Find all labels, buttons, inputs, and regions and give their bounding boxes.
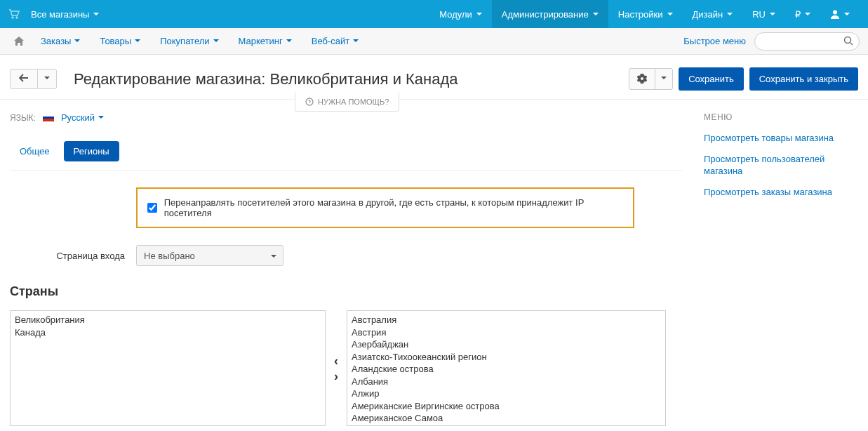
topbar-item-language[interactable]: RU xyxy=(742,0,785,28)
nav-item-products[interactable]: Товары xyxy=(91,33,149,49)
page-title: Редактирование магазина: Великобритания … xyxy=(74,70,629,88)
nav-item-label: Маркетинг xyxy=(239,36,283,46)
sidebar-link-products[interactable]: Просмотреть товары магазина xyxy=(704,132,858,145)
list-item[interactable]: Великобритания xyxy=(15,314,321,326)
redirect-label: Перенаправлять посетителей этого магазин… xyxy=(164,197,623,218)
caret-down-icon xyxy=(44,77,50,82)
topbar-item-label: Администрирование xyxy=(502,9,589,20)
entry-page-select[interactable]: Не выбрано xyxy=(136,245,283,266)
gear-dropdown[interactable] xyxy=(655,69,672,89)
topbar-item-label: Настройки xyxy=(618,9,663,20)
tab-regions[interactable]: Регионы xyxy=(64,141,119,161)
nav-left: Заказы Товары Покупатели Маркетинг Веб-с… xyxy=(8,33,367,49)
caret-down-icon xyxy=(213,39,219,45)
topbar-item-currency[interactable]: ₽ xyxy=(785,0,820,28)
language-row: ЯЗЫК: Русский xyxy=(10,112,683,123)
store-selector[interactable]: Все магазины xyxy=(27,6,103,22)
list-item[interactable]: Ангилья xyxy=(352,425,661,426)
svg-point-4 xyxy=(306,98,313,105)
nav-item-label: Заказы xyxy=(41,36,71,46)
caret-down-icon xyxy=(98,116,104,121)
caret-down-icon xyxy=(667,13,673,18)
list-item[interactable]: Аландские острова xyxy=(352,363,661,376)
tabs: Общее Регионы xyxy=(10,141,683,171)
entry-page-value: Не выбрано xyxy=(144,251,195,261)
list-item[interactable]: Канада xyxy=(15,326,321,339)
navbar: Заказы Товары Покупатели Маркетинг Веб-с… xyxy=(0,28,868,55)
caret-down-icon xyxy=(135,39,140,45)
language-value: Русский xyxy=(61,112,95,123)
search-wrap xyxy=(754,32,860,51)
list-item[interactable]: Алжир xyxy=(352,387,661,400)
help-icon xyxy=(305,98,314,106)
main-content: ЯЗЫК: Русский Общее Регионы Перенаправля… xyxy=(10,112,683,426)
list-item[interactable]: Австрия xyxy=(352,326,661,339)
caret-down-icon xyxy=(770,13,775,18)
mover-buttons: ‹ › xyxy=(334,354,338,383)
entry-page-row: Страница входа Не выбрано xyxy=(10,245,683,266)
caret-down-icon xyxy=(353,39,359,45)
language-label: ЯЗЫК: xyxy=(10,113,36,123)
topbar-item-admin[interactable]: Администрирование xyxy=(492,0,608,28)
help-hint[interactable]: НУЖНА ПОМОЩЬ? xyxy=(295,93,399,112)
list-item[interactable]: Австралия xyxy=(352,314,661,326)
caret-down-icon xyxy=(476,13,482,18)
sidebar-link-orders[interactable]: Просмотреть заказы магазина xyxy=(704,186,858,199)
list-item[interactable]: Албания xyxy=(352,376,661,388)
cart-icon xyxy=(8,9,20,19)
header-actions: Сохранить Сохранить и закрыть xyxy=(629,67,858,91)
caret-down-icon xyxy=(844,13,850,18)
caret-down-icon xyxy=(727,13,733,18)
nav-item-marketing[interactable]: Маркетинг xyxy=(230,33,300,49)
sidebar-link-users[interactable]: Просмотреть пользователей магазина xyxy=(704,153,858,178)
nav-item-label: Товары xyxy=(100,36,131,46)
gear-button[interactable] xyxy=(629,69,655,89)
list-item[interactable]: Американское Самоа xyxy=(352,412,661,425)
topbar-item-settings[interactable]: Настройки xyxy=(608,0,683,28)
nav-item-orders[interactable]: Заказы xyxy=(32,33,88,49)
topbar-item-design[interactable]: Дизайн xyxy=(683,0,743,28)
topbar-right: Модули Администрирование Настройки Дизай… xyxy=(429,0,860,28)
tab-general[interactable]: Общее xyxy=(10,141,60,161)
move-right-button[interactable]: › xyxy=(334,370,338,383)
move-left-button[interactable]: ‹ xyxy=(334,354,338,367)
list-item[interactable]: Азербайджан xyxy=(352,338,661,351)
flag-ru-icon xyxy=(43,114,54,121)
caret-down-icon xyxy=(661,77,667,82)
nav-item-customers[interactable]: Покупатели xyxy=(152,33,227,49)
selected-countries-list[interactable]: Великобритания Канада xyxy=(10,310,326,426)
nav-item-website[interactable]: Веб-сайт xyxy=(303,33,367,49)
home-icon[interactable] xyxy=(8,34,29,48)
nav-right: Быстрое меню xyxy=(683,32,860,51)
caret-down-icon xyxy=(74,39,80,45)
caret-down-icon xyxy=(805,13,810,18)
page-header: Редактирование магазина: Великобритания … xyxy=(0,55,868,100)
svg-point-1 xyxy=(16,17,18,18)
available-countries-list[interactable]: Австралия Австрия Азербайджан Азиатско-Т… xyxy=(347,310,666,426)
sidebar-title: МЕНЮ xyxy=(704,112,858,122)
svg-point-2 xyxy=(833,11,837,15)
nav-item-label: Веб-сайт xyxy=(312,36,349,46)
redirect-checkbox[interactable] xyxy=(147,203,157,213)
quick-menu-link[interactable]: Быстрое меню xyxy=(683,36,746,46)
save-button[interactable]: Сохранить xyxy=(679,67,744,91)
topbar-left: Все магазины xyxy=(8,6,103,22)
topbar-item-user[interactable] xyxy=(820,0,860,28)
topbar-item-label: RU xyxy=(752,9,766,20)
list-item[interactable]: Американские Виргинские острова xyxy=(352,400,661,413)
caret-down-icon xyxy=(593,13,599,18)
body: ЯЗЫК: Русский Общее Регионы Перенаправля… xyxy=(0,100,868,431)
topbar-item-modules[interactable]: Модули xyxy=(429,0,492,28)
caret-down-icon xyxy=(93,13,99,18)
store-selector-label: Все магазины xyxy=(31,9,89,20)
topbar-item-label: Дизайн xyxy=(693,9,723,20)
save-close-button[interactable]: Сохранить и закрыть xyxy=(749,67,858,91)
gear-button-group xyxy=(629,68,673,90)
search-icon[interactable] xyxy=(843,36,853,46)
help-label: НУЖНА ПОМОЩЬ? xyxy=(318,98,389,106)
list-item[interactable]: Азиатско-Тихоокеанский регион xyxy=(352,351,661,364)
svg-point-0 xyxy=(12,17,13,18)
back-dropdown[interactable] xyxy=(38,69,56,88)
language-selector[interactable]: Русский xyxy=(61,112,104,123)
back-button[interactable] xyxy=(11,69,38,88)
